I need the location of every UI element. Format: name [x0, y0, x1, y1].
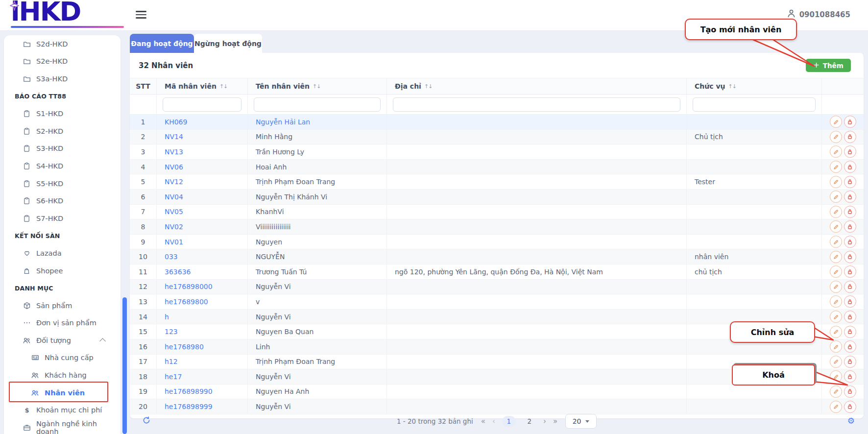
employee-code-link[interactable]: h12 — [165, 358, 178, 365]
user-account[interactable]: 0901088465 — [787, 9, 850, 20]
sidebar-item-nha-cung-cap[interactable]: Nhà cung cấp — [4, 349, 121, 367]
tab-dang-hoat-dong[interactable]: Đang hoạt động — [130, 34, 194, 53]
edit-row-button[interactable] — [830, 340, 842, 353]
filter-position-input[interactable] — [693, 97, 816, 112]
edit-row-button[interactable] — [830, 370, 842, 383]
lock-row-button[interactable] — [844, 281, 856, 293]
lock-row-button[interactable] — [844, 236, 856, 248]
edit-row-button[interactable] — [830, 326, 842, 338]
sidebar-item-nhan-vien[interactable]: Nhân viên — [4, 384, 121, 402]
table-settings-gear-icon[interactable]: ⚙ — [847, 416, 855, 426]
employee-code-link[interactable]: 363636 — [165, 268, 191, 276]
employee-code-link[interactable]: NV14 — [165, 133, 183, 141]
sort-icon[interactable]: ↑↓ — [219, 83, 227, 90]
sidebar-item-lazada[interactable]: Lazada — [4, 244, 121, 262]
sidebar-item-s7-hkd[interactable]: S7-HKD — [4, 210, 121, 227]
lock-row-button[interactable] — [844, 161, 856, 173]
lock-row-button[interactable] — [844, 340, 856, 353]
employee-code-link[interactable]: he1768980 — [165, 343, 204, 351]
refresh-icon[interactable] — [143, 416, 150, 426]
edit-row-button[interactable] — [830, 356, 842, 368]
lock-row-button[interactable] — [844, 356, 856, 368]
employee-code-link[interactable]: NV05 — [165, 208, 183, 216]
sidebar-item-s3-hkd[interactable]: S3-HKD — [4, 140, 121, 158]
sidebar-item-khoan-muc-chi-phi[interactable]: $Khoản mục chi phí — [4, 401, 121, 419]
employee-code-link[interactable]: NV04 — [165, 193, 183, 201]
employee-code-link[interactable]: NV01 — [165, 238, 183, 246]
edit-row-button[interactable] — [830, 176, 842, 188]
edit-row-button[interactable] — [830, 401, 842, 413]
edit-row-button[interactable] — [830, 145, 842, 158]
column-header-position[interactable]: Chức vụ↑↓ — [687, 78, 822, 94]
sidebar-item-khach-hang[interactable]: Khách hàng — [4, 366, 121, 384]
page-next-button[interactable]: › — [543, 418, 546, 425]
sort-icon[interactable]: ↑↓ — [728, 83, 736, 90]
column-header-code[interactable]: Mã nhân viên↑↓ — [157, 78, 248, 94]
sidebar-scrollbar[interactable] — [122, 297, 127, 434]
sidebar-item-s3a-hkd[interactable]: S3a-HKD — [4, 70, 121, 88]
employee-code-link[interactable]: 033 — [165, 253, 178, 261]
lock-row-button[interactable] — [844, 131, 856, 143]
sidebar-item-s2e-hkd[interactable]: S2e-HKD — [4, 53, 121, 71]
edit-row-button[interactable] — [830, 220, 842, 233]
sidebar-item-s5-hkd[interactable]: S5-HKD — [4, 175, 121, 193]
lock-row-button[interactable] — [844, 295, 856, 308]
lock-row-button[interactable] — [844, 145, 856, 158]
lock-row-button[interactable] — [844, 206, 856, 218]
employee-code-link[interactable]: NV06 — [165, 163, 183, 171]
employee-code-link[interactable]: NV02 — [165, 223, 183, 231]
menu-toggle-icon[interactable] — [136, 11, 146, 19]
sidebar-item-s2d-hkd[interactable]: S2d-HKD — [4, 35, 121, 53]
page-first-button[interactable]: « — [481, 418, 485, 425]
column-header-address[interactable]: Địa chỉ↑↓ — [387, 78, 687, 94]
employee-code-link[interactable]: he17 — [165, 373, 182, 381]
sidebar-item-oi-tuong[interactable]: Đối tượng — [4, 332, 121, 349]
edit-row-button[interactable] — [830, 281, 842, 293]
edit-row-button[interactable] — [830, 311, 842, 323]
filter-name-input[interactable] — [254, 97, 381, 112]
edit-row-button[interactable] — [830, 265, 842, 278]
lock-row-button[interactable] — [844, 311, 856, 323]
filter-code-input[interactable] — [163, 97, 241, 112]
lock-row-button[interactable] — [844, 176, 856, 188]
lock-row-button[interactable] — [844, 220, 856, 233]
employee-code-link[interactable]: KH069 — [165, 118, 187, 126]
employee-code-link[interactable]: NV13 — [165, 148, 183, 156]
employee-code-link[interactable]: he176898000 — [165, 283, 213, 290]
page-number-2[interactable]: 2 — [523, 416, 536, 427]
edit-row-button[interactable] — [830, 236, 842, 248]
lock-row-button[interactable] — [844, 116, 856, 128]
employee-code-link[interactable]: h — [165, 313, 169, 321]
edit-row-button[interactable] — [830, 116, 842, 128]
sidebar-item-nganh-nghe-kinh-doanh[interactable]: Ngành nghề kinh doanh — [4, 419, 121, 434]
edit-row-button[interactable] — [830, 191, 842, 203]
sidebar-item-s2-hkd[interactable]: S2-HKD — [4, 122, 121, 140]
employee-code-link[interactable]: he17689800 — [165, 298, 208, 306]
lock-row-button[interactable] — [844, 326, 856, 338]
employee-code-link[interactable]: 123 — [165, 328, 178, 336]
edit-row-button[interactable] — [830, 206, 842, 218]
sidebar-item-s4-hkd[interactable]: S4-HKD — [4, 157, 121, 175]
sort-icon[interactable]: ↑↓ — [424, 83, 432, 90]
add-employee-button[interactable]: + Thêm — [806, 59, 851, 72]
employee-code-link[interactable]: he176898999 — [165, 403, 213, 410]
lock-row-button[interactable] — [844, 265, 856, 278]
sort-icon[interactable]: ↑↓ — [313, 83, 320, 90]
edit-row-button[interactable] — [830, 131, 842, 143]
edit-row-button[interactable] — [830, 386, 842, 398]
lock-row-button[interactable] — [844, 386, 856, 398]
sidebar-item-shopee[interactable]: Shopee — [4, 262, 121, 280]
sidebar-item-on-vi-san-pham[interactable]: Đơn vị sản phẩm — [4, 314, 121, 332]
employee-code-link[interactable]: he176898990 — [165, 387, 213, 395]
page-size-select[interactable]: 20 — [565, 414, 597, 429]
filter-address-input[interactable] — [393, 97, 680, 112]
page-last-button[interactable]: » — [553, 418, 557, 425]
lock-row-button[interactable] — [844, 401, 856, 413]
sidebar-item-s1-hkd[interactable]: S1-HKD — [4, 105, 121, 122]
page-prev-button[interactable]: ‹ — [492, 418, 495, 425]
sidebar-item-san-pham[interactable]: Sản phẩm — [4, 297, 121, 314]
edit-row-button[interactable] — [830, 251, 842, 263]
lock-row-button[interactable] — [844, 370, 856, 383]
lock-row-button[interactable] — [844, 191, 856, 203]
employee-code-link[interactable]: NV12 — [165, 178, 183, 186]
